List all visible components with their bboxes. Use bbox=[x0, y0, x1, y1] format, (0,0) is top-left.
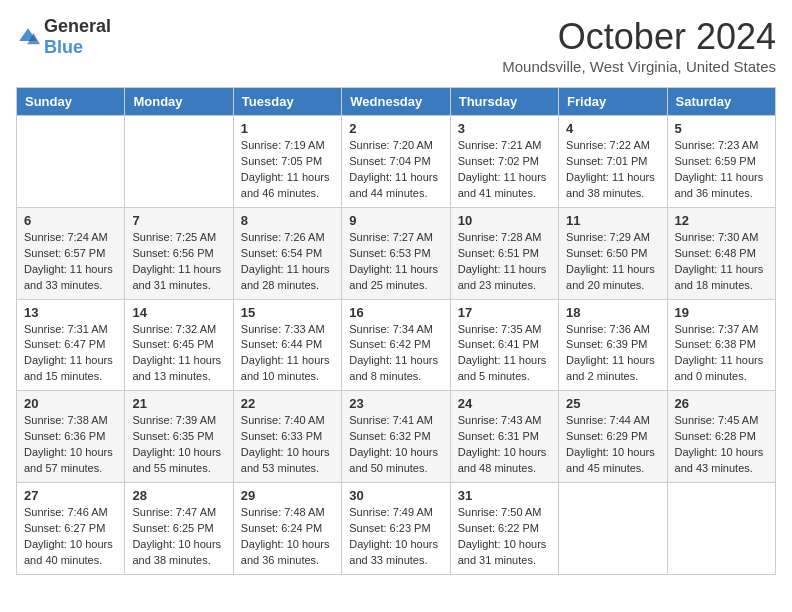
day-detail: Sunrise: 7:50 AMSunset: 6:22 PMDaylight:… bbox=[458, 505, 551, 569]
calendar-cell: 15 Sunrise: 7:33 AMSunset: 6:44 PMDaylig… bbox=[233, 299, 341, 391]
calendar-cell: 24 Sunrise: 7:43 AMSunset: 6:31 PMDaylig… bbox=[450, 391, 558, 483]
calendar-cell: 14 Sunrise: 7:32 AMSunset: 6:45 PMDaylig… bbox=[125, 299, 233, 391]
day-number: 21 bbox=[132, 396, 225, 411]
calendar-cell: 29 Sunrise: 7:48 AMSunset: 6:24 PMDaylig… bbox=[233, 483, 341, 575]
day-detail: Sunrise: 7:39 AMSunset: 6:35 PMDaylight:… bbox=[132, 413, 225, 477]
day-number: 29 bbox=[241, 488, 334, 503]
day-number: 2 bbox=[349, 121, 442, 136]
day-detail: Sunrise: 7:43 AMSunset: 6:31 PMDaylight:… bbox=[458, 413, 551, 477]
day-number: 1 bbox=[241, 121, 334, 136]
calendar-cell: 6 Sunrise: 7:24 AMSunset: 6:57 PMDayligh… bbox=[17, 207, 125, 299]
calendar-cell: 1 Sunrise: 7:19 AMSunset: 7:05 PMDayligh… bbox=[233, 116, 341, 208]
col-header-monday: Monday bbox=[125, 88, 233, 116]
day-number: 14 bbox=[132, 305, 225, 320]
day-detail: Sunrise: 7:22 AMSunset: 7:01 PMDaylight:… bbox=[566, 138, 659, 202]
calendar-cell: 3 Sunrise: 7:21 AMSunset: 7:02 PMDayligh… bbox=[450, 116, 558, 208]
day-detail: Sunrise: 7:25 AMSunset: 6:56 PMDaylight:… bbox=[132, 230, 225, 294]
day-number: 8 bbox=[241, 213, 334, 228]
logo-text: General Blue bbox=[44, 16, 111, 58]
day-detail: Sunrise: 7:19 AMSunset: 7:05 PMDaylight:… bbox=[241, 138, 334, 202]
calendar-cell: 31 Sunrise: 7:50 AMSunset: 6:22 PMDaylig… bbox=[450, 483, 558, 575]
calendar-cell: 4 Sunrise: 7:22 AMSunset: 7:01 PMDayligh… bbox=[559, 116, 667, 208]
page-header: General Blue October 2024 Moundsville, W… bbox=[16, 16, 776, 75]
calendar-week-row: 13 Sunrise: 7:31 AMSunset: 6:47 PMDaylig… bbox=[17, 299, 776, 391]
calendar-cell: 21 Sunrise: 7:39 AMSunset: 6:35 PMDaylig… bbox=[125, 391, 233, 483]
col-header-sunday: Sunday bbox=[17, 88, 125, 116]
day-number: 22 bbox=[241, 396, 334, 411]
day-detail: Sunrise: 7:37 AMSunset: 6:38 PMDaylight:… bbox=[675, 322, 768, 386]
day-number: 24 bbox=[458, 396, 551, 411]
calendar-cell bbox=[125, 116, 233, 208]
day-detail: Sunrise: 7:49 AMSunset: 6:23 PMDaylight:… bbox=[349, 505, 442, 569]
day-detail: Sunrise: 7:38 AMSunset: 6:36 PMDaylight:… bbox=[24, 413, 117, 477]
calendar-cell: 11 Sunrise: 7:29 AMSunset: 6:50 PMDaylig… bbox=[559, 207, 667, 299]
calendar-cell: 18 Sunrise: 7:36 AMSunset: 6:39 PMDaylig… bbox=[559, 299, 667, 391]
col-header-thursday: Thursday bbox=[450, 88, 558, 116]
calendar-cell: 30 Sunrise: 7:49 AMSunset: 6:23 PMDaylig… bbox=[342, 483, 450, 575]
day-number: 5 bbox=[675, 121, 768, 136]
logo-icon bbox=[16, 25, 40, 49]
day-detail: Sunrise: 7:24 AMSunset: 6:57 PMDaylight:… bbox=[24, 230, 117, 294]
day-detail: Sunrise: 7:26 AMSunset: 6:54 PMDaylight:… bbox=[241, 230, 334, 294]
day-number: 28 bbox=[132, 488, 225, 503]
day-number: 6 bbox=[24, 213, 117, 228]
calendar-cell: 10 Sunrise: 7:28 AMSunset: 6:51 PMDaylig… bbox=[450, 207, 558, 299]
calendar-header-row: SundayMondayTuesdayWednesdayThursdayFrid… bbox=[17, 88, 776, 116]
day-number: 4 bbox=[566, 121, 659, 136]
col-header-tuesday: Tuesday bbox=[233, 88, 341, 116]
day-detail: Sunrise: 7:30 AMSunset: 6:48 PMDaylight:… bbox=[675, 230, 768, 294]
day-detail: Sunrise: 7:35 AMSunset: 6:41 PMDaylight:… bbox=[458, 322, 551, 386]
calendar-cell bbox=[667, 483, 775, 575]
title-area: October 2024 Moundsville, West Virginia,… bbox=[502, 16, 776, 75]
calendar-cell: 16 Sunrise: 7:34 AMSunset: 6:42 PMDaylig… bbox=[342, 299, 450, 391]
day-number: 23 bbox=[349, 396, 442, 411]
calendar-cell bbox=[17, 116, 125, 208]
day-number: 15 bbox=[241, 305, 334, 320]
calendar-cell: 19 Sunrise: 7:37 AMSunset: 6:38 PMDaylig… bbox=[667, 299, 775, 391]
calendar-cell bbox=[559, 483, 667, 575]
day-detail: Sunrise: 7:32 AMSunset: 6:45 PMDaylight:… bbox=[132, 322, 225, 386]
month-title: October 2024 bbox=[502, 16, 776, 58]
day-number: 25 bbox=[566, 396, 659, 411]
day-number: 18 bbox=[566, 305, 659, 320]
day-number: 27 bbox=[24, 488, 117, 503]
day-detail: Sunrise: 7:44 AMSunset: 6:29 PMDaylight:… bbox=[566, 413, 659, 477]
day-detail: Sunrise: 7:23 AMSunset: 6:59 PMDaylight:… bbox=[675, 138, 768, 202]
calendar-week-row: 20 Sunrise: 7:38 AMSunset: 6:36 PMDaylig… bbox=[17, 391, 776, 483]
calendar-cell: 9 Sunrise: 7:27 AMSunset: 6:53 PMDayligh… bbox=[342, 207, 450, 299]
day-number: 13 bbox=[24, 305, 117, 320]
day-number: 17 bbox=[458, 305, 551, 320]
day-number: 10 bbox=[458, 213, 551, 228]
day-number: 26 bbox=[675, 396, 768, 411]
day-detail: Sunrise: 7:36 AMSunset: 6:39 PMDaylight:… bbox=[566, 322, 659, 386]
calendar-cell: 26 Sunrise: 7:45 AMSunset: 6:28 PMDaylig… bbox=[667, 391, 775, 483]
calendar-week-row: 27 Sunrise: 7:46 AMSunset: 6:27 PMDaylig… bbox=[17, 483, 776, 575]
day-detail: Sunrise: 7:46 AMSunset: 6:27 PMDaylight:… bbox=[24, 505, 117, 569]
calendar-cell: 20 Sunrise: 7:38 AMSunset: 6:36 PMDaylig… bbox=[17, 391, 125, 483]
day-number: 3 bbox=[458, 121, 551, 136]
day-number: 31 bbox=[458, 488, 551, 503]
day-number: 19 bbox=[675, 305, 768, 320]
day-number: 20 bbox=[24, 396, 117, 411]
calendar-cell: 13 Sunrise: 7:31 AMSunset: 6:47 PMDaylig… bbox=[17, 299, 125, 391]
calendar-cell: 7 Sunrise: 7:25 AMSunset: 6:56 PMDayligh… bbox=[125, 207, 233, 299]
day-detail: Sunrise: 7:48 AMSunset: 6:24 PMDaylight:… bbox=[241, 505, 334, 569]
col-header-wednesday: Wednesday bbox=[342, 88, 450, 116]
day-detail: Sunrise: 7:45 AMSunset: 6:28 PMDaylight:… bbox=[675, 413, 768, 477]
day-detail: Sunrise: 7:40 AMSunset: 6:33 PMDaylight:… bbox=[241, 413, 334, 477]
calendar-table: SundayMondayTuesdayWednesdayThursdayFrid… bbox=[16, 87, 776, 575]
day-number: 9 bbox=[349, 213, 442, 228]
calendar-cell: 28 Sunrise: 7:47 AMSunset: 6:25 PMDaylig… bbox=[125, 483, 233, 575]
day-detail: Sunrise: 7:20 AMSunset: 7:04 PMDaylight:… bbox=[349, 138, 442, 202]
calendar-cell: 23 Sunrise: 7:41 AMSunset: 6:32 PMDaylig… bbox=[342, 391, 450, 483]
logo-general: General bbox=[44, 16, 111, 36]
logo-blue: Blue bbox=[44, 37, 83, 57]
day-detail: Sunrise: 7:47 AMSunset: 6:25 PMDaylight:… bbox=[132, 505, 225, 569]
calendar-cell: 8 Sunrise: 7:26 AMSunset: 6:54 PMDayligh… bbox=[233, 207, 341, 299]
day-number: 12 bbox=[675, 213, 768, 228]
day-number: 30 bbox=[349, 488, 442, 503]
calendar-week-row: 6 Sunrise: 7:24 AMSunset: 6:57 PMDayligh… bbox=[17, 207, 776, 299]
logo: General Blue bbox=[16, 16, 111, 58]
day-detail: Sunrise: 7:28 AMSunset: 6:51 PMDaylight:… bbox=[458, 230, 551, 294]
calendar-cell: 12 Sunrise: 7:30 AMSunset: 6:48 PMDaylig… bbox=[667, 207, 775, 299]
